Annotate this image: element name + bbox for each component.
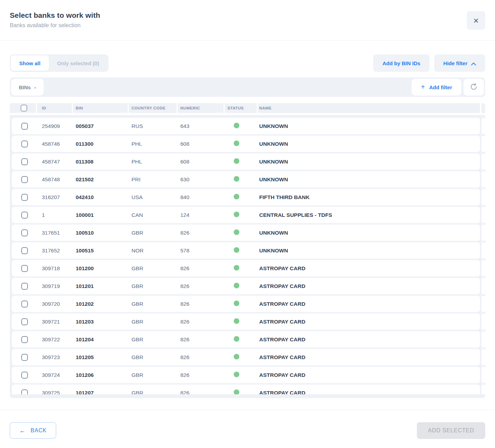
cell-id: 458748 xyxy=(37,176,73,183)
table-row-card: 317651 100510 GBR 826 UNKNOWN xyxy=(12,225,480,241)
cell-status xyxy=(225,229,258,236)
tab-only-selected[interactable]: Only selected (0) xyxy=(49,55,107,71)
cell-bin: 101206 xyxy=(73,372,129,378)
table-row[interactable]: 1 100001 CAN 124 CENTRAL SUPPLIES - TDFS xyxy=(12,207,485,223)
row-checkbox[interactable] xyxy=(21,158,28,165)
table-body[interactable]: 254909 005037 RUS 643 UNKNOWN 458746 011… xyxy=(10,115,485,398)
add-by-bin-ids-button[interactable]: Add by BIN IDs xyxy=(373,54,429,72)
row-checkbox[interactable] xyxy=(21,336,28,343)
row-checkbox[interactable] xyxy=(21,141,28,147)
table-row[interactable]: 309720 101202 GBR 826 ASTROPAY CARD xyxy=(12,296,485,312)
row-checkbox[interactable] xyxy=(21,176,28,183)
select-banks-dialog: Select banks to work with Banks availabl… xyxy=(0,0,495,448)
filter-chip-bins[interactable]: BINs - xyxy=(11,79,44,96)
row-select-cell xyxy=(12,141,37,147)
add-filter-label: Add filter xyxy=(429,84,452,90)
cell-bin: 101205 xyxy=(73,354,129,360)
column-header-country-code: COUNTRY CODE xyxy=(129,103,178,113)
row-checkbox[interactable] xyxy=(21,123,28,130)
tab-show-all[interactable]: Show all xyxy=(11,55,49,71)
status-active-dot-icon xyxy=(234,158,239,164)
row-checkbox[interactable] xyxy=(21,212,28,219)
status-active-dot-icon xyxy=(234,318,239,324)
row-select-cell xyxy=(12,372,37,379)
cell-status xyxy=(225,301,258,307)
status-active-dot-icon xyxy=(234,176,239,182)
add-by-bin-ids-label: Add by BIN IDs xyxy=(382,60,420,66)
cell-country-code: GBR xyxy=(129,301,178,307)
cell-numeric: 826 xyxy=(178,319,225,325)
cell-country-code: PRI xyxy=(129,176,178,183)
row-checkbox[interactable] xyxy=(21,229,28,236)
cell-bin: 100001 xyxy=(73,212,129,218)
table-row[interactable]: 309723 101205 GBR 826 ASTROPAY CARD xyxy=(12,349,485,365)
back-button[interactable]: ← BACK xyxy=(10,422,56,439)
cell-bin: 011300 xyxy=(73,141,129,147)
column-header-id: ID xyxy=(37,103,73,113)
cell-numeric: 826 xyxy=(178,230,225,236)
row-select-cell xyxy=(12,336,37,343)
cell-bin: 101203 xyxy=(73,319,129,325)
table-row[interactable]: 309719 101201 GBR 826 ASTROPAY CARD xyxy=(12,278,485,294)
table-row[interactable]: 458746 011300 PHL 608 UNKNOWN xyxy=(12,136,485,152)
refresh-filters-button[interactable] xyxy=(464,79,484,96)
table-row[interactable]: 458748 021502 PRI 630 UNKNOWN xyxy=(12,171,485,188)
table-row[interactable]: 316207 042410 USA 840 FIFTH THIRD BANK xyxy=(12,189,485,205)
add-selected-button[interactable]: ADD SELECTED xyxy=(417,422,485,439)
cell-status xyxy=(225,336,258,343)
row-checkbox[interactable] xyxy=(21,194,28,201)
close-button[interactable]: × xyxy=(467,11,485,30)
table-row-card: 309722 101204 GBR 826 ASTROPAY CARD xyxy=(12,331,480,348)
table-row[interactable]: 309725 101207 GBR 826 ASTROPAY CARD xyxy=(12,385,485,394)
status-active-dot-icon xyxy=(234,372,239,377)
table-row-end-segment xyxy=(481,136,485,152)
filter-bar-actions: + Add filter xyxy=(412,79,484,96)
cell-name: ASTROPAY CARD xyxy=(258,354,480,360)
row-checkbox[interactable] xyxy=(21,372,28,379)
row-select-cell xyxy=(12,229,37,236)
row-checkbox[interactable] xyxy=(21,354,28,361)
table-row-card: 309723 101205 GBR 826 ASTROPAY CARD xyxy=(12,349,480,365)
status-active-dot-icon xyxy=(234,301,239,306)
row-checkbox[interactable] xyxy=(21,318,28,325)
row-select-cell xyxy=(12,123,37,130)
table-row[interactable]: 317652 100515 NOR 578 UNKNOWN xyxy=(12,242,485,259)
table-row-card: 309720 101202 GBR 826 ASTROPAY CARD xyxy=(12,296,480,312)
row-checkbox[interactable] xyxy=(21,247,28,254)
row-checkbox[interactable] xyxy=(21,301,28,307)
table-row[interactable]: 309721 101203 GBR 826 ASTROPAY CARD xyxy=(12,313,485,330)
table-row[interactable]: 309718 101200 GBR 826 ASTROPAY CARD xyxy=(12,260,485,276)
add-filter-button[interactable]: + Add filter xyxy=(412,79,461,96)
cell-country-code: GBR xyxy=(129,354,178,360)
row-select-cell xyxy=(12,301,37,307)
cell-id: 309718 xyxy=(37,265,73,272)
row-checkbox[interactable] xyxy=(21,389,28,395)
cell-bin: 021502 xyxy=(73,176,129,183)
cell-id: 309722 xyxy=(37,336,73,343)
row-checkbox[interactable] xyxy=(21,283,28,290)
table-row-end-segment xyxy=(481,189,485,205)
cell-id: 309724 xyxy=(37,372,73,378)
status-active-dot-icon xyxy=(234,354,239,359)
row-select-cell xyxy=(12,283,37,290)
close-icon: × xyxy=(473,16,479,25)
table-row-end-segment xyxy=(481,171,485,188)
cell-name: ASTROPAY CARD xyxy=(258,319,480,325)
row-checkbox[interactable] xyxy=(21,265,28,272)
row-select-cell xyxy=(12,265,37,272)
table-row-end-segment xyxy=(481,296,485,312)
table-row[interactable]: 458747 011308 PHL 608 UNKNOWN xyxy=(12,153,485,170)
hide-filter-button[interactable]: Hide filter xyxy=(434,54,485,72)
table-row[interactable]: 317651 100510 GBR 826 UNKNOWN xyxy=(12,225,485,241)
select-all-checkbox[interactable] xyxy=(21,105,27,112)
table-row-card: 317652 100515 NOR 578 UNKNOWN xyxy=(12,242,480,259)
table-row-end-segment xyxy=(481,260,485,276)
table-row[interactable]: 309722 101204 GBR 826 ASTROPAY CARD xyxy=(12,331,485,348)
row-select-cell xyxy=(12,354,37,361)
refresh-icon xyxy=(470,83,478,92)
table-row[interactable]: 254909 005037 RUS 643 UNKNOWN xyxy=(12,118,485,134)
table-row-end-segment xyxy=(481,242,485,259)
table-row[interactable]: 309724 101206 GBR 826 ASTROPAY CARD xyxy=(12,367,485,383)
filter-bar: BINs - + Add filter xyxy=(10,77,485,97)
row-select-cell xyxy=(12,176,37,183)
